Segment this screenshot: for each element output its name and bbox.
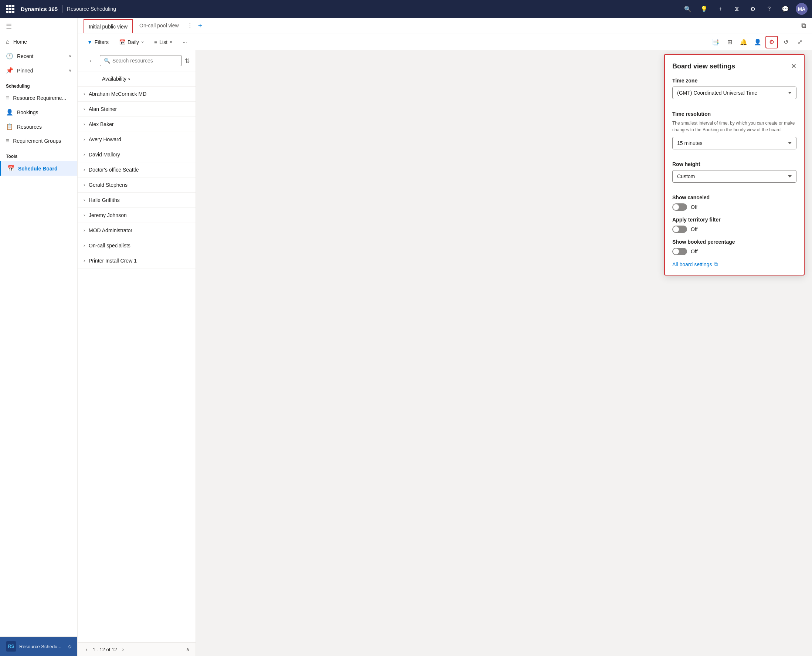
- resource-chevron-icon: ›: [83, 198, 85, 203]
- resource-item[interactable]: › Avery Howard: [78, 132, 196, 147]
- sidebar-item-recent-label: Recent: [17, 53, 33, 59]
- sidebar-item-resources[interactable]: 📋 Resources: [0, 119, 77, 134]
- sidebar-bottom[interactable]: RS Resource Schedu... ◇: [0, 636, 77, 656]
- resource-item[interactable]: › Printer Install Crew 1: [78, 253, 196, 268]
- bookings-icon: 👤: [6, 109, 13, 116]
- apply-territory-toggle-row: Off: [672, 226, 797, 233]
- time-zone-select[interactable]: (GMT) Coordinated Universal Time: [672, 87, 797, 99]
- show-booked-toggle-row: Off: [672, 248, 797, 255]
- show-canceled-label: Show canceled: [672, 195, 797, 200]
- time-resolution-select[interactable]: 15 minutes: [672, 137, 797, 149]
- search-input[interactable]: [112, 58, 178, 63]
- apply-territory-section: Apply territory filter Off: [672, 217, 797, 233]
- brand-name: Dynamics 365: [21, 6, 58, 12]
- sidebar-app-icon: RS: [6, 641, 16, 651]
- refresh-icon-button[interactable]: ↺: [780, 36, 792, 48]
- prev-page-button[interactable]: ‹: [83, 646, 90, 653]
- daily-label: Daily: [128, 39, 139, 45]
- pagination-text: 1 - 12 of 12: [93, 647, 117, 652]
- all-settings-link[interactable]: All board settings: [672, 261, 712, 268]
- sidebar-item-recent[interactable]: 🕐 Recent ∨: [0, 49, 77, 63]
- time-zone-section: Time zone (GMT) Coordinated Universal Ti…: [672, 78, 797, 105]
- sort-icon[interactable]: ⇅: [185, 57, 190, 64]
- filters-label: Filters: [95, 39, 109, 45]
- sidebar-item-pinned[interactable]: 📌 Pinned ∨: [0, 63, 77, 78]
- help-icon[interactable]: ？: [763, 3, 775, 15]
- tab-add-button[interactable]: +: [196, 22, 205, 30]
- resource-name: MOD Administrator: [89, 227, 132, 233]
- filters-button[interactable]: ▼ Filters: [83, 37, 112, 47]
- show-booked-toggle[interactable]: [672, 248, 687, 255]
- availability-button[interactable]: Availability ∨: [98, 74, 134, 84]
- waffle-menu[interactable]: [5, 3, 16, 15]
- resource-chevron-icon: ›: [83, 213, 85, 218]
- lightbulb-icon[interactable]: 💡: [698, 3, 710, 15]
- pinned-chevron-icon: ∨: [69, 68, 71, 73]
- resource-list-expand[interactable]: ›: [83, 54, 97, 67]
- search-box[interactable]: 🔍: [100, 55, 182, 66]
- resource-chevron-icon: ›: [83, 182, 85, 187]
- search-icon: 🔍: [104, 58, 110, 63]
- resource-name: Jeremy Johnson: [89, 212, 127, 218]
- resource-item[interactable]: › Halle Griffiths: [78, 193, 196, 208]
- row-height-select[interactable]: Custom: [672, 170, 797, 183]
- sidebar-item-resources-label: Resources: [17, 124, 42, 130]
- board-settings-panel: Board view settings ✕ Time zone (GMT) Co…: [664, 54, 804, 275]
- tab-right-action-icon[interactable]: ⧉: [801, 22, 806, 29]
- resource-name: On-call specialists: [89, 243, 130, 249]
- apply-territory-toggle[interactable]: [672, 226, 687, 233]
- show-canceled-toggle[interactable]: [672, 203, 687, 211]
- daily-button[interactable]: 📅 Daily ∨: [115, 37, 147, 47]
- chat-icon[interactable]: 💬: [780, 3, 791, 15]
- collapse-button[interactable]: ∧: [186, 647, 190, 652]
- hamburger-button[interactable]: ☰: [0, 18, 77, 35]
- plus-icon[interactable]: ＋: [715, 3, 726, 15]
- sidebar-item-resource-req[interactable]: ≡ Resource Requireme...: [0, 91, 77, 105]
- search-icon[interactable]: 🔍: [682, 3, 694, 15]
- sidebar-item-schedule-board[interactable]: 📅 Schedule Board: [0, 161, 77, 176]
- resource-item[interactable]: › MOD Administrator: [78, 223, 196, 238]
- bookmark-icon-button[interactable]: 📑: [709, 36, 722, 48]
- resource-item[interactable]: › Alex Baker: [78, 117, 196, 132]
- resource-chevron-icon: ›: [83, 228, 85, 233]
- more-options-button[interactable]: ···: [179, 37, 191, 47]
- sidebar-item-home[interactable]: ⌂ Home: [0, 35, 77, 49]
- resource-item[interactable]: › Gerald Stephens: [78, 178, 196, 193]
- filter-icon[interactable]: ⧖: [731, 3, 743, 15]
- tab-oncall-pool-view[interactable]: On-call pool view: [134, 18, 184, 34]
- resource-item[interactable]: › Doctor's office Seattle: [78, 162, 196, 178]
- next-page-button[interactable]: ›: [120, 646, 126, 653]
- resource-chevron-icon: ›: [83, 107, 85, 112]
- pagination: ‹ 1 - 12 of 12 ›: [83, 646, 126, 653]
- user-avatar[interactable]: MA: [796, 3, 807, 15]
- board-settings-icon-button[interactable]: ⚙: [766, 36, 778, 48]
- toolbar: ▼ Filters 📅 Daily ∨ ≡ List ∨ ··· 📑 ⊞ 🔔: [78, 34, 812, 50]
- bell-icon-button[interactable]: 🔔: [737, 36, 750, 48]
- expand-icon-button[interactable]: ⤢: [793, 36, 806, 48]
- external-link-icon: ⧉: [714, 261, 718, 268]
- resource-chevron-icon: ›: [83, 137, 85, 142]
- board-area: › 🔍 ⇅ Availability ∨ › Abrah: [78, 50, 812, 656]
- settings-header: Board view settings ✕: [672, 62, 797, 70]
- settings-close-button[interactable]: ✕: [791, 62, 797, 70]
- resource-item[interactable]: › Jeremy Johnson: [78, 208, 196, 223]
- more-label: ···: [182, 39, 187, 45]
- resource-item[interactable]: › Abraham McCormick MD: [78, 87, 196, 102]
- sidebar-item-bookings[interactable]: 👤 Bookings: [0, 105, 77, 119]
- resource-items-list: › Abraham McCormick MD › Alan Steiner › …: [78, 87, 196, 642]
- show-canceled-value: Off: [691, 204, 698, 210]
- home-icon: ⌂: [6, 39, 9, 45]
- sidebar-item-req-groups[interactable]: ≡ Requirement Groups: [0, 134, 77, 148]
- list-button[interactable]: ≡ List ∨: [150, 37, 176, 47]
- availability-chevron-icon: ∨: [128, 77, 130, 81]
- resource-item[interactable]: › On-call specialists: [78, 238, 196, 253]
- tab-more-options[interactable]: ⋮: [185, 22, 195, 29]
- list-detail-icon-button[interactable]: ⊞: [723, 36, 736, 48]
- tab-initial-public-view[interactable]: Initial public view: [83, 19, 133, 33]
- all-settings-row: All board settings ⧉: [672, 261, 797, 268]
- resource-item[interactable]: › Alan Steiner: [78, 102, 196, 117]
- tab-initial-public-view-label: Initial public view: [89, 24, 128, 29]
- person-icon-button[interactable]: 👤: [752, 36, 764, 48]
- settings-icon[interactable]: ⚙: [747, 3, 759, 15]
- resource-item[interactable]: › David Mallory: [78, 147, 196, 162]
